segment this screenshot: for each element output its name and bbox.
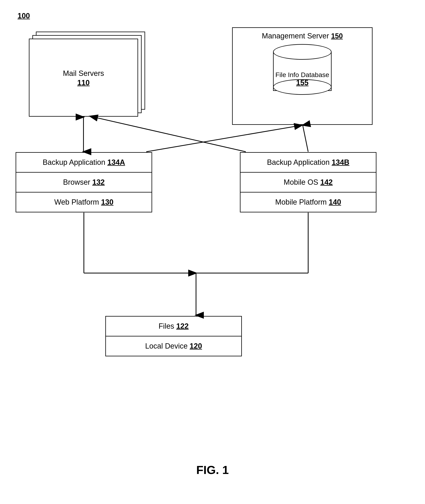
files-row: Files 122	[106, 317, 241, 337]
local-device-box: Files 122 Local Device 120	[105, 316, 242, 356]
mail-servers-box: Mail Servers 110	[29, 39, 138, 117]
db-label: File Info Database 155	[273, 71, 332, 87]
right-device-to-mail-servers-arrow	[90, 116, 246, 152]
left-backup-app-row: Backup Application 134A	[16, 153, 152, 172]
mail-servers-ref: 110	[77, 79, 90, 87]
right-device-to-mgmt-server-arrow	[303, 125, 308, 152]
management-server-box: Management Server 150 File Info Database…	[232, 27, 372, 125]
left-device-box: Backup Application 134A Browser 132 Web …	[16, 152, 152, 212]
diagram-ref-number: 100	[18, 12, 30, 20]
left-device-to-mgmt-server-arrow	[146, 125, 302, 152]
mobile-os-row: Mobile OS 142	[240, 172, 376, 192]
db-top-ellipse	[273, 44, 332, 60]
web-platform-row: Web Platform 130	[16, 192, 152, 212]
local-device-row: Local Device 120	[106, 337, 241, 356]
right-backup-app-row: Backup Application 134B	[240, 153, 376, 172]
fig-caption: FIG. 1	[196, 463, 229, 477]
management-server-ref: 150	[331, 32, 343, 40]
management-server-label: Management Server 150	[262, 32, 343, 40]
mail-servers-label: Mail Servers	[63, 68, 104, 79]
mobile-platform-row: Mobile Platform 140	[240, 192, 376, 212]
right-device-box: Backup Application 134B Mobile OS 142 Mo…	[240, 152, 376, 212]
browser-row: Browser 132	[16, 172, 152, 192]
file-info-database-cylinder: File Info Database 155	[273, 44, 332, 95]
